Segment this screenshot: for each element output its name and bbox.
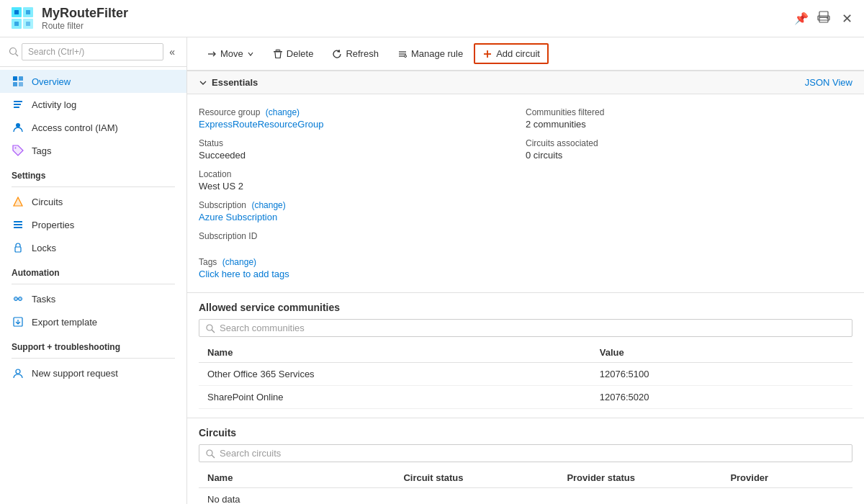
status-value: Succeeded <box>199 150 526 161</box>
sidebar-item-tags[interactable]: Tags <box>0 139 186 162</box>
svg-rect-8 <box>819 12 828 17</box>
circuits-section: Circuits Name Circuit status Provider st… <box>187 418 864 504</box>
svg-rect-14 <box>13 76 17 81</box>
communities-table: Name Value Other Office 365 Services 120… <box>199 343 852 409</box>
svg-point-11 <box>827 17 828 19</box>
locks-icon <box>12 241 24 254</box>
subscription-id-item: Subscription ID <box>199 227 526 247</box>
header-actions: 📌 <box>794 11 830 27</box>
refresh-button[interactable]: Refresh <box>324 44 387 63</box>
tags-label: Tags <box>199 257 217 267</box>
essentials-column-right: Communities filtered 2 communities Circu… <box>526 103 852 284</box>
resource-group-change-link[interactable]: (change) <box>266 107 300 117</box>
sidebar-item-circuits[interactable]: Circuits <box>0 190 186 213</box>
delete-button[interactable]: Delete <box>265 44 322 63</box>
app-logo <box>12 7 35 30</box>
subscription-change-link[interactable]: (change) <box>251 200 285 210</box>
circuits-col-name: Name <box>199 468 395 488</box>
communities-col-name: Name <box>199 343 591 363</box>
no-data-cell: No data <box>199 488 852 505</box>
collapse-button[interactable]: « <box>166 45 178 59</box>
add-circuit-icon <box>482 49 492 59</box>
sidebar-item-locks[interactable]: Locks <box>0 236 186 259</box>
move-button[interactable]: Move <box>199 44 262 63</box>
circuits-section-title: Circuits <box>199 427 852 438</box>
move-icon <box>207 49 217 59</box>
sidebar-item-properties[interactable]: Properties <box>0 213 186 236</box>
circuits-associated-item: Circuits associated 0 circuits <box>526 134 852 165</box>
close-button[interactable]: ✕ <box>842 11 852 27</box>
sidebar: « Overview <box>0 37 187 504</box>
page-subtitle: Route filter <box>42 21 794 31</box>
svg-rect-19 <box>14 104 21 105</box>
sidebar-item-new-support-request-label: New support request <box>32 368 118 379</box>
search-input[interactable] <box>22 43 163 60</box>
manage-rule-icon <box>397 49 408 59</box>
resource-group-value[interactable]: ExpressRouteResourceGroup <box>199 119 526 130</box>
location-item: Location West US 2 <box>199 165 526 196</box>
collapse-icon[interactable] <box>199 78 207 87</box>
circuits-table: Name Circuit status Provider status Prov… <box>199 468 852 504</box>
sidebar-item-tasks[interactable]: Tasks <box>0 287 186 310</box>
svg-rect-5 <box>26 10 30 14</box>
sidebar-item-export-template-label: Export template <box>32 317 97 328</box>
table-row: Other Office 365 Services 12076:5100 <box>199 363 852 386</box>
status-item: Status Succeeded <box>199 134 526 165</box>
sidebar-item-overview[interactable]: Overview <box>0 70 186 93</box>
communities-section: Allowed service communities Name Value O… <box>187 292 864 418</box>
svg-rect-25 <box>14 224 22 225</box>
tags-change-link[interactable]: (change) <box>222 257 256 267</box>
svg-point-12 <box>10 48 17 55</box>
community-value: 12076:5020 <box>591 386 852 409</box>
communities-search-box <box>199 319 852 337</box>
svg-rect-27 <box>15 247 21 252</box>
tasks-icon <box>12 292 24 305</box>
circuits-icon <box>12 195 24 208</box>
sidebar-item-new-support-request[interactable]: New support request <box>0 361 186 384</box>
manage-rule-button[interactable]: Manage rule <box>390 44 471 63</box>
circuits-search-input[interactable] <box>220 448 846 459</box>
automation-divider <box>12 284 175 284</box>
page-title: MyRouteFilter <box>42 6 794 21</box>
support-section-label: Support + troubleshooting <box>0 333 186 355</box>
json-view-link[interactable]: JSON View <box>805 77 852 88</box>
svg-rect-16 <box>13 82 17 86</box>
communities-section-title: Allowed service communities <box>199 302 852 313</box>
svg-point-21 <box>16 123 20 127</box>
svg-marker-23 <box>14 197 22 206</box>
main-layout: « Overview <box>0 37 864 504</box>
svg-line-46 <box>212 455 215 458</box>
add-circuit-button[interactable]: Add circuit <box>474 43 549 64</box>
sidebar-item-export-template[interactable]: Export template <box>0 310 186 333</box>
communities-search-input[interactable] <box>220 323 846 333</box>
table-row: No data <box>199 488 852 505</box>
sidebar-item-locks-label: Locks <box>32 243 56 253</box>
svg-rect-26 <box>14 227 22 228</box>
toolbar: Move Delete Refresh <box>187 37 864 71</box>
circuits-col-provider: Provider <box>721 468 852 488</box>
communities-table-header: Name Value <box>199 343 852 363</box>
circuits-associated-value: 0 circuits <box>526 150 852 161</box>
communities-filtered-item: Communities filtered 2 communities <box>526 103 852 134</box>
pin-icon[interactable]: 📌 <box>794 12 809 25</box>
activity-log-icon <box>12 98 24 111</box>
community-name: Other Office 365 Services <box>199 363 591 386</box>
sidebar-item-access-control[interactable]: Access control (IAM) <box>0 116 186 139</box>
svg-rect-6 <box>14 22 19 26</box>
community-value: 12076:5100 <box>591 363 852 386</box>
automation-section-label: Automation <box>0 259 186 281</box>
subscription-value[interactable]: Azure Subscription <box>199 212 526 222</box>
sidebar-item-activity-log[interactable]: Activity log <box>0 93 186 116</box>
svg-rect-20 <box>14 107 19 108</box>
svg-point-22 <box>15 148 17 149</box>
title-area: MyRouteFilter Route filter <box>42 6 794 31</box>
svg-line-44 <box>212 330 215 333</box>
tags-add-link[interactable]: Click here to add tags <box>199 269 526 279</box>
content-area: Move Delete Refresh <box>187 37 864 504</box>
circuits-search-icon <box>205 449 215 459</box>
essentials-grid: Resource group (change) ExpressRouteReso… <box>187 94 864 292</box>
print-icon[interactable] <box>817 11 830 27</box>
tags-item: Tags (change) Click here to add tags <box>199 253 526 284</box>
settings-divider <box>12 186 175 187</box>
svg-point-40 <box>404 55 406 57</box>
